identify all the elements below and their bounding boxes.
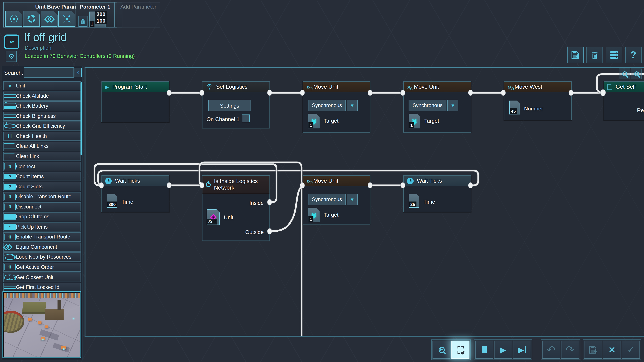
sidebar-item-disable-transport-route[interactable]: Disable Transport Route <box>3 192 81 201</box>
save-behavior-button[interactable] <box>567 47 584 63</box>
sidebar-item-drop-off-items[interactable]: Drop Off Items <box>3 212 81 221</box>
node-header: ▶ Program Start <box>102 82 169 92</box>
turbine-icon[interactable] <box>23 11 40 27</box>
robot-unit <box>45 326 48 328</box>
target-slot[interactable]: 1 <box>409 114 420 128</box>
sidebar-item-disconnect[interactable]: Disconnect <box>3 202 81 211</box>
node-wait-ticks-1[interactable]: Wait Ticks 300 Time <box>102 175 169 212</box>
play-button[interactable]: ▶ <box>494 341 512 359</box>
sidebar-item-get-closest-unit[interactable]: Get Closest Unit <box>3 273 81 282</box>
delete-parameter-button[interactable] <box>78 16 88 27</box>
dropdown-arrow-button[interactable]: ▼ <box>447 100 458 111</box>
unit-slot[interactable]: Self <box>206 209 220 225</box>
target-pin-icon <box>4 275 16 280</box>
sidebar-item-check-altitude[interactable]: Check Altitude <box>3 91 81 100</box>
number-slot[interactable]: 45 <box>509 100 520 114</box>
zoom-fit-button[interactable]: ▶ <box>432 341 451 359</box>
parameter-count-badge: 1 <box>90 21 94 27</box>
node-header: Wait Ticks <box>404 176 470 186</box>
time-slot[interactable]: 300 <box>107 194 118 208</box>
save-icon <box>588 345 598 355</box>
signal-icon[interactable] <box>5 11 22 27</box>
tab-title: Add Parameter <box>117 2 160 10</box>
tab-parameter-1[interactable]: Parameter 1 1 200 100 <box>76 2 115 27</box>
sidebar-item-count-items[interactable]: Count Items <box>3 172 81 181</box>
check-icon: ✓ <box>627 345 634 355</box>
node-header: » Move Unit <box>303 82 370 92</box>
marquee-select-button[interactable] <box>451 341 470 359</box>
page-down-icon <box>4 153 16 159</box>
node-move-unit-3[interactable]: » Move Unit Synchronous ▼ 1 Target <box>303 175 370 225</box>
undo-button[interactable]: ↶ <box>542 341 560 359</box>
sidebar-item-loop-nearby-resources[interactable]: Loop Nearby Resources <box>3 253 81 262</box>
canvas-zoom-out-button[interactable]: − <box>619 68 630 79</box>
output-label-outside: Outside <box>245 229 264 235</box>
node-program-start[interactable]: ▶ Program Start <box>102 81 169 122</box>
sidebar-item-unit[interactable]: Unit <box>3 81 81 90</box>
node-move-west[interactable]: » Move West 45 Number <box>504 81 572 120</box>
target-slot[interactable]: 1 <box>308 208 320 222</box>
sidebar-item-connect[interactable]: Connect <box>3 162 81 171</box>
close-button[interactable]: × <box>603 341 621 359</box>
gear-icon: ⚙ <box>8 52 14 61</box>
sidebar-scrollbar[interactable] <box>80 82 82 155</box>
delete-behavior-button[interactable] <box>586 47 603 63</box>
sidebar-item-check-grid-efficiency[interactable]: Check Grid Efficiency <box>3 121 81 131</box>
mode-dropdown[interactable]: Synchronous <box>308 100 346 111</box>
sidebar-item-check-health[interactable]: Check Health <box>3 132 81 141</box>
node-header: Is Inside Logistics Network <box>202 176 269 194</box>
step-forward-button[interactable]: ▶ <box>513 341 531 359</box>
dropdown-arrow-button[interactable]: ▼ <box>347 194 358 205</box>
node-move-unit-2[interactable]: » Move Unit Synchronous ▼ 1 Target <box>403 81 471 133</box>
parameter-value-max: 200 <box>96 11 106 17</box>
chevron-down-icon: ▼ <box>350 197 354 202</box>
dropdown-arrow-button[interactable]: ▼ <box>347 100 358 111</box>
sidebar-item-get-first-locked-id[interactable]: Get First Locked Id <box>3 283 81 292</box>
chain-icon[interactable] <box>40 11 57 27</box>
sidebar-item-check-blightness[interactable]: Check Blightness <box>3 111 81 121</box>
target-slot[interactable]: 1 <box>308 114 320 128</box>
node-set-logistics[interactable]: Set Logistics Settings On Channel 1 <box>202 81 270 129</box>
node-is-inside-logistics-network[interactable]: Is Inside Logistics Network Inside Self … <box>202 175 270 241</box>
settings-button[interactable]: Settings <box>208 100 251 111</box>
tab-add-parameter[interactable]: Add Parameter <box>117 2 160 27</box>
sidebar-item-clear-all-links[interactable]: Clear All Links <box>3 142 81 151</box>
save-button[interactable] <box>584 341 602 359</box>
sidebar-item-pick-up-items[interactable]: Pick Up Items <box>3 222 81 232</box>
on-channel-checkbox[interactable] <box>242 114 250 122</box>
help-button[interactable]: ? <box>625 47 642 63</box>
time-slot[interactable]: 25 <box>409 194 420 208</box>
game-viewport[interactable] <box>2 292 81 358</box>
box-question-icon <box>4 174 16 179</box>
node-graph-canvas[interactable]: ▶ Program Start Set Logistics Settings O… <box>84 67 644 337</box>
sidebar-item-enable-transport-route[interactable]: Enable Transport Route <box>3 232 81 242</box>
sidebar-item-check-battery[interactable]: Check Battery <box>3 101 81 111</box>
chevron-down-icon: ▼ <box>451 103 455 108</box>
description-label[interactable]: Description <box>25 45 51 51</box>
behavior-library-button[interactable] <box>606 47 622 63</box>
game-scene <box>4 293 80 357</box>
node-wait-ticks-2[interactable]: Wait Ticks 25 Time <box>403 175 471 212</box>
converge-icon[interactable]: ↘↙↗↖ <box>58 11 75 27</box>
search-input[interactable] <box>24 67 74 78</box>
chain-link-icon <box>4 245 16 249</box>
node-get-self[interactable]: ↓ Get Self Re <box>604 81 644 120</box>
sidebar-item-get-active-order[interactable]: Get Active Order <box>3 263 81 272</box>
redo-button[interactable]: ↷ <box>561 341 579 359</box>
sidebar-item-clear-link[interactable]: Clear Link <box>3 152 81 161</box>
toolbar-group-commit: × ✓ <box>583 339 641 360</box>
search-clear-button[interactable]: × <box>74 68 82 77</box>
mode-dropdown[interactable]: Synchronous <box>409 100 446 111</box>
clock-icon <box>105 177 112 184</box>
node-move-unit-1[interactable]: » Move Unit Synchronous ▼ 1 Target <box>303 81 370 133</box>
move-icon: » <box>407 84 411 89</box>
menu-lines-icon <box>4 114 16 118</box>
sidebar-item-equip-component[interactable]: Equip Component <box>3 243 81 252</box>
mode-dropdown[interactable]: Synchronous <box>308 194 346 205</box>
sidebar-item-count-slots[interactable]: Count Slots <box>3 182 81 191</box>
stop-button[interactable] <box>475 341 493 359</box>
confirm-button[interactable]: ✓ <box>622 341 640 359</box>
canvas-zoom-in-button[interactable]: + <box>631 68 642 79</box>
parameter-values: 200 100 <box>95 11 107 24</box>
settings-gear-button[interactable]: ⚙ <box>6 51 17 62</box>
